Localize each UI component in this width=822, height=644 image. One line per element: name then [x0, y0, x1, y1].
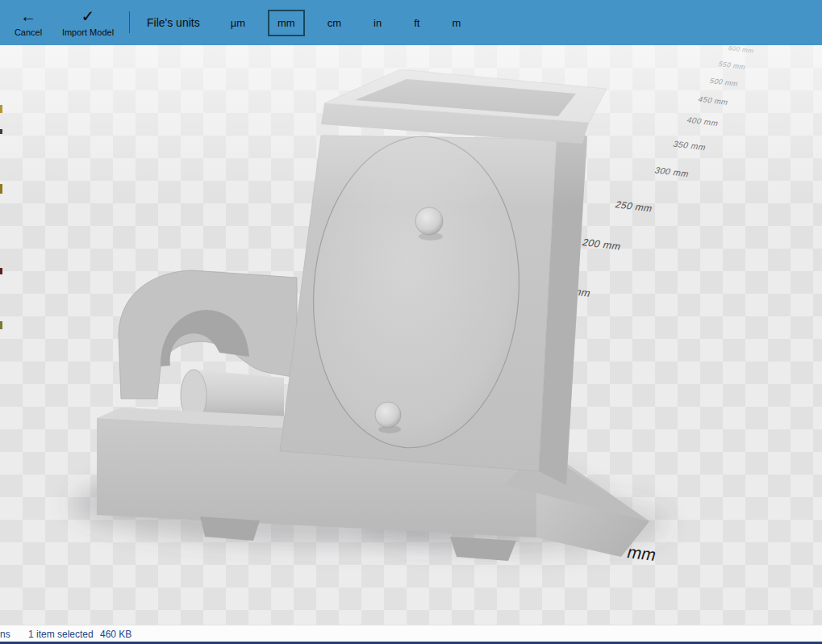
ruler-axis-unit-label: mm — [625, 542, 659, 565]
checkmark-icon: ✓ — [52, 7, 124, 25]
unit-option-ft[interactable]: ft — [404, 10, 429, 36]
unit-option-cm[interactable]: cm — [318, 10, 351, 36]
unit-option-m[interactable]: m — [442, 10, 470, 36]
status-size-text: 460 KB — [100, 629, 131, 640]
desktop-artifact — [0, 268, 2, 274]
units-selector: File's units µm mm cm in ft m — [147, 0, 477, 45]
desktop-artifact — [0, 321, 2, 329]
import-toolbar: ← Cancel ✓ Import Model File's units µm … — [0, 0, 822, 45]
imported-model[interactable] — [0, 45, 822, 625]
desktop-artifact — [0, 129, 2, 134]
cancel-button[interactable]: ← Cancel — [8, 7, 48, 37]
unit-option-mm[interactable]: mm — [268, 10, 305, 36]
cancel-label: Cancel — [8, 27, 48, 37]
desktop-artifact — [0, 105, 2, 113]
model-hopper[interactable] — [321, 69, 607, 144]
import-model-label: Import Model — [52, 27, 124, 37]
import-model-window: ← Cancel ✓ Import Model File's units µm … — [0, 0, 822, 644]
explorer-status-bar: ns 1 item selected 460 KB — [0, 625, 822, 642]
desktop-artifact — [0, 184, 2, 194]
units-title: File's units — [147, 16, 200, 29]
toolbar-divider — [129, 11, 130, 33]
unit-option-in[interactable]: in — [364, 10, 391, 36]
build-plate-viewport[interactable]: 600 mm 550 mm 500 mm 450 mm 400 mm 350 m… — [0, 45, 822, 625]
status-left-fragment: ns — [0, 629, 10, 640]
back-arrow-icon: ← — [8, 7, 48, 25]
status-selection-text: 1 item selected — [28, 629, 94, 640]
unit-option-um[interactable]: µm — [221, 10, 255, 36]
model-handle-arch[interactable] — [119, 270, 297, 431]
import-model-button[interactable]: ✓ Import Model — [52, 7, 124, 37]
